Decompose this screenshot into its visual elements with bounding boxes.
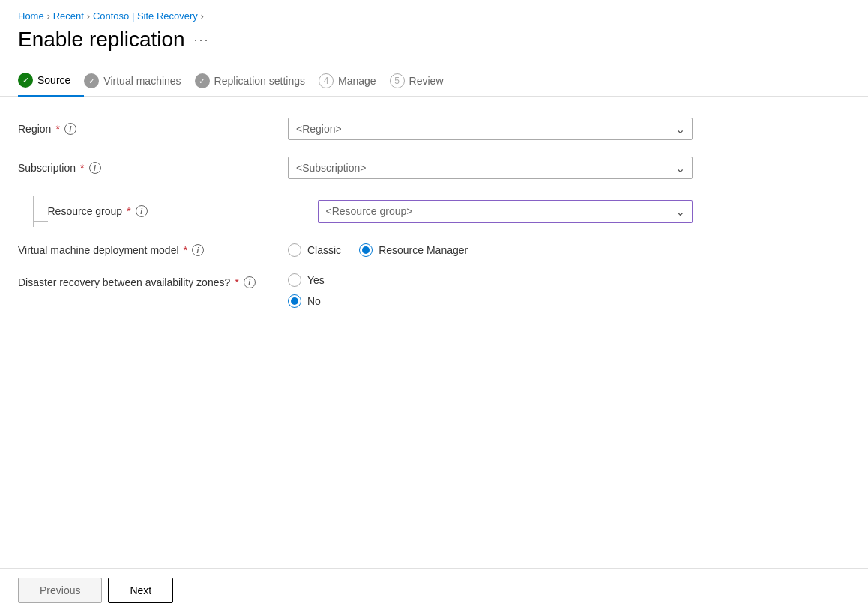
indent-connector xyxy=(33,196,48,227)
next-button[interactable]: Next xyxy=(108,578,173,603)
resource-group-dropdown-wrapper: <Resource group> ⌄ xyxy=(318,200,693,223)
radio-yes-label: Yes xyxy=(307,274,325,286)
subscription-info-icon[interactable]: i xyxy=(89,162,101,174)
subscription-row: Subscription * i <Subscription> ⌄ xyxy=(18,157,693,179)
subscription-required: * xyxy=(80,162,84,174)
radio-resource-manager[interactable]: Resource Manager xyxy=(359,243,468,257)
resource-group-control: <Resource group> ⌄ xyxy=(318,200,693,223)
previous-button[interactable]: Previous xyxy=(18,578,102,603)
region-dropdown[interactable]: <Region> xyxy=(288,118,693,140)
dr-zones-radio-group: Yes No xyxy=(288,273,693,308)
region-label: Region * i xyxy=(18,123,273,135)
dr-zones-label-text: Disaster recovery between availability z… xyxy=(18,276,230,288)
region-row: Region * i <Region> ⌄ xyxy=(18,118,693,140)
breadcrumb: Home › Recent › Contoso | Site Recovery … xyxy=(0,0,868,22)
deployment-model-radio-group: Classic Resource Manager xyxy=(288,243,693,257)
radio-classic[interactable]: Classic xyxy=(288,243,341,257)
breadcrumb-contoso[interactable]: Contoso | Site Recovery xyxy=(93,10,198,22)
tab-review[interactable]: 5 Review xyxy=(390,73,457,96)
deployment-model-info-icon[interactable]: i xyxy=(192,244,204,256)
step-source-icon: ✓ xyxy=(18,73,33,88)
tab-manage[interactable]: 4 Manage xyxy=(319,73,390,96)
form-content: Region * i <Region> ⌄ Subscription * i xyxy=(0,97,868,568)
resource-group-required: * xyxy=(127,205,130,217)
region-control: <Region> ⌄ xyxy=(288,118,693,140)
tab-replication-settings[interactable]: ✓ Replication settings xyxy=(195,73,319,96)
subscription-dropdown[interactable]: <Subscription> xyxy=(288,157,693,179)
dr-zones-row: Disaster recovery between availability z… xyxy=(18,273,693,308)
deployment-model-required: * xyxy=(184,244,187,256)
connector-h xyxy=(34,221,48,222)
step-review-label: Review xyxy=(409,75,444,87)
steps-tabs: ✓ Source ✓ Virtual machines ✓ Replicatio… xyxy=(0,52,868,97)
radio-yes-circle xyxy=(288,273,301,287)
deployment-model-label: Virtual machine deployment model * i xyxy=(18,244,273,256)
radio-no-circle xyxy=(288,294,301,308)
radio-no[interactable]: No xyxy=(288,294,321,308)
resource-group-label-text: Resource group xyxy=(48,205,123,217)
dr-zones-control: Yes No xyxy=(288,273,693,308)
region-label-text: Region xyxy=(18,123,51,135)
subscription-label: Subscription * i xyxy=(18,162,273,174)
resource-group-row: Resource group * i <Resource group> ⌄ xyxy=(48,200,693,223)
radio-resource-manager-circle xyxy=(359,243,373,257)
connector-v xyxy=(33,196,34,216)
radio-no-label: No xyxy=(307,295,321,307)
subscription-dropdown-wrapper: <Subscription> ⌄ xyxy=(288,157,693,179)
more-button[interactable]: ··· xyxy=(194,32,210,48)
step-source-label: Source xyxy=(37,74,70,86)
dr-zones-label: Disaster recovery between availability z… xyxy=(18,273,273,288)
subscription-label-text: Subscription xyxy=(18,162,76,174)
tab-virtual-machines[interactable]: ✓ Virtual machines xyxy=(84,73,194,96)
connector-l xyxy=(33,216,48,227)
deployment-model-row: Virtual machine deployment model * i Cla… xyxy=(18,243,693,257)
resource-group-info-icon[interactable]: i xyxy=(136,205,148,217)
step-manage-icon: 4 xyxy=(319,73,334,88)
step-manage-label: Manage xyxy=(338,75,376,87)
step-rep-icon: ✓ xyxy=(195,73,210,88)
region-required: * xyxy=(55,123,59,135)
page-title-row: Enable replication ··· xyxy=(0,22,868,52)
region-info-icon[interactable]: i xyxy=(64,123,76,135)
radio-resource-manager-label: Resource Manager xyxy=(379,244,468,256)
tab-source[interactable]: ✓ Source xyxy=(18,73,84,97)
page-title: Enable replication xyxy=(18,28,185,52)
footer: Previous Next xyxy=(0,568,868,612)
region-dropdown-wrapper: <Region> ⌄ xyxy=(288,118,693,140)
step-rep-label: Replication settings xyxy=(214,75,305,87)
step-vm-label: Virtual machines xyxy=(103,75,181,87)
breadcrumb-home[interactable]: Home xyxy=(18,10,44,22)
resource-group-dropdown[interactable]: <Resource group> xyxy=(318,200,693,223)
dr-zones-info-icon[interactable]: i xyxy=(244,276,256,288)
radio-yes[interactable]: Yes xyxy=(288,273,325,287)
step-review-icon: 5 xyxy=(390,73,405,88)
deployment-model-label-text: Virtual machine deployment model xyxy=(18,244,179,256)
dr-zones-required: * xyxy=(235,276,238,288)
resource-group-row-container: Resource group * i <Resource group> ⌄ xyxy=(18,196,693,227)
radio-classic-circle xyxy=(288,243,301,257)
subscription-control: <Subscription> ⌄ xyxy=(288,157,693,179)
resource-group-label: Resource group * i xyxy=(48,205,303,217)
radio-classic-label: Classic xyxy=(307,244,341,256)
form-section: Region * i <Region> ⌄ Subscription * i xyxy=(18,118,693,308)
deployment-model-control: Classic Resource Manager xyxy=(288,243,693,257)
step-vm-icon: ✓ xyxy=(84,73,99,88)
breadcrumb-recent[interactable]: Recent xyxy=(53,10,84,22)
